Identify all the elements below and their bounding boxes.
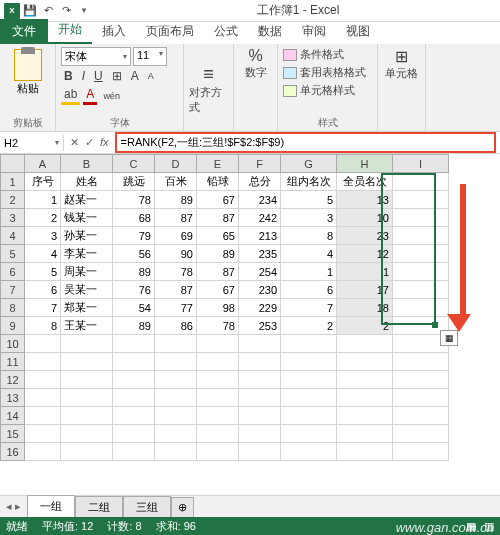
cell[interactable] (281, 443, 337, 461)
cell[interactable]: 56 (113, 245, 155, 263)
cell[interactable]: 2 (281, 317, 337, 335)
cell[interactable]: 钱某一 (61, 209, 113, 227)
row-header-6[interactable]: 6 (1, 263, 25, 281)
cell[interactable]: 87 (155, 281, 197, 299)
cell[interactable]: 10 (337, 209, 393, 227)
cell[interactable]: 17 (337, 281, 393, 299)
tab-layout[interactable]: 页面布局 (136, 19, 204, 44)
font-size-select[interactable]: 11▾ (133, 47, 167, 66)
cell[interactable] (113, 425, 155, 443)
header-cell[interactable]: 百米 (155, 173, 197, 191)
cell[interactable] (281, 389, 337, 407)
cell[interactable] (155, 443, 197, 461)
cell[interactable] (281, 335, 337, 353)
cell[interactable]: 79 (113, 227, 155, 245)
cell[interactable]: 郑某一 (61, 299, 113, 317)
format-table-button[interactable]: 套用表格格式 (283, 65, 372, 80)
row-header-15[interactable]: 15 (1, 425, 25, 443)
fill-color-button[interactable]: ab (61, 86, 80, 105)
increase-font-icon[interactable]: A (128, 68, 142, 84)
cell[interactable] (61, 425, 113, 443)
cell[interactable]: 86 (155, 317, 197, 335)
cell[interactable] (25, 371, 61, 389)
cell[interactable]: 67 (197, 191, 239, 209)
row-header-5[interactable]: 5 (1, 245, 25, 263)
header-cell[interactable]: 铅球 (197, 173, 239, 191)
cell[interactable] (25, 389, 61, 407)
phonetic-button[interactable]: wén (100, 90, 123, 102)
col-header-F[interactable]: F (239, 155, 281, 173)
sheet-tab-1[interactable]: 一组 (27, 495, 75, 519)
cell[interactable]: 周某一 (61, 263, 113, 281)
cell[interactable] (337, 425, 393, 443)
cell[interactable]: 18 (337, 299, 393, 317)
cell[interactable] (197, 425, 239, 443)
cell[interactable]: 2 (337, 317, 393, 335)
cell[interactable] (239, 407, 281, 425)
cell[interactable]: 90 (155, 245, 197, 263)
cell[interactable]: 87 (155, 209, 197, 227)
tab-review[interactable]: 审阅 (292, 19, 336, 44)
row-header-8[interactable]: 8 (1, 299, 25, 317)
col-header-H[interactable]: H (337, 155, 393, 173)
cell[interactable] (61, 407, 113, 425)
font-color-button[interactable]: A (83, 86, 97, 105)
cell[interactable]: 4 (281, 245, 337, 263)
cell[interactable]: 87 (197, 263, 239, 281)
cell[interactable] (337, 443, 393, 461)
cell[interactable]: 1 (25, 191, 61, 209)
cell[interactable]: 253 (239, 317, 281, 335)
cell[interactable]: 89 (197, 245, 239, 263)
cell[interactable] (61, 371, 113, 389)
row-header-1[interactable]: 1 (1, 173, 25, 191)
cell[interactable]: 89 (113, 317, 155, 335)
cell[interactable]: 8 (281, 227, 337, 245)
col-header-C[interactable]: C (113, 155, 155, 173)
row-header-4[interactable]: 4 (1, 227, 25, 245)
cell[interactable] (239, 425, 281, 443)
cell[interactable] (61, 335, 113, 353)
cell[interactable] (61, 389, 113, 407)
tab-formulas[interactable]: 公式 (204, 19, 248, 44)
cell[interactable] (239, 353, 281, 371)
cell[interactable] (25, 335, 61, 353)
cell[interactable] (197, 353, 239, 371)
cell[interactable]: 3 (281, 209, 337, 227)
header-cell[interactable]: 全员名次 (337, 173, 393, 191)
row-header-7[interactable]: 7 (1, 281, 25, 299)
cell[interactable]: 98 (197, 299, 239, 317)
cell[interactable]: 54 (113, 299, 155, 317)
cell[interactable]: 1 (337, 263, 393, 281)
cell[interactable] (337, 407, 393, 425)
decrease-font-icon[interactable]: A (145, 70, 157, 82)
cell[interactable]: 87 (197, 209, 239, 227)
cell[interactable] (155, 425, 197, 443)
sheet-tab-2[interactable]: 二组 (75, 496, 123, 518)
cell[interactable] (25, 443, 61, 461)
cell[interactable] (25, 425, 61, 443)
row-header-9[interactable]: 9 (1, 317, 25, 335)
cell[interactable] (337, 371, 393, 389)
cell[interactable] (61, 353, 113, 371)
fx-icon[interactable]: fx (100, 136, 109, 149)
row-header-11[interactable]: 11 (1, 353, 25, 371)
row-header-12[interactable]: 12 (1, 371, 25, 389)
font-name-select[interactable]: 宋体▾ (61, 47, 131, 66)
autofill-options-icon[interactable]: ▦ (440, 330, 458, 346)
cell[interactable]: 76 (113, 281, 155, 299)
col-header-I[interactable]: I (393, 155, 449, 173)
cell[interactable] (25, 353, 61, 371)
cell[interactable]: 242 (239, 209, 281, 227)
cell[interactable]: 77 (155, 299, 197, 317)
header-cell[interactable]: 跳远 (113, 173, 155, 191)
row-header-14[interactable]: 14 (1, 407, 25, 425)
cell[interactable]: 234 (239, 191, 281, 209)
cell[interactable]: 3 (25, 227, 61, 245)
new-sheet-button[interactable]: ⊕ (171, 497, 194, 517)
cell[interactable] (239, 443, 281, 461)
cell[interactable]: 69 (155, 227, 197, 245)
cell[interactable]: 6 (25, 281, 61, 299)
border-button[interactable]: ⊞ (109, 68, 125, 84)
fill-handle[interactable] (432, 322, 438, 328)
cell[interactable]: 赵某一 (61, 191, 113, 209)
